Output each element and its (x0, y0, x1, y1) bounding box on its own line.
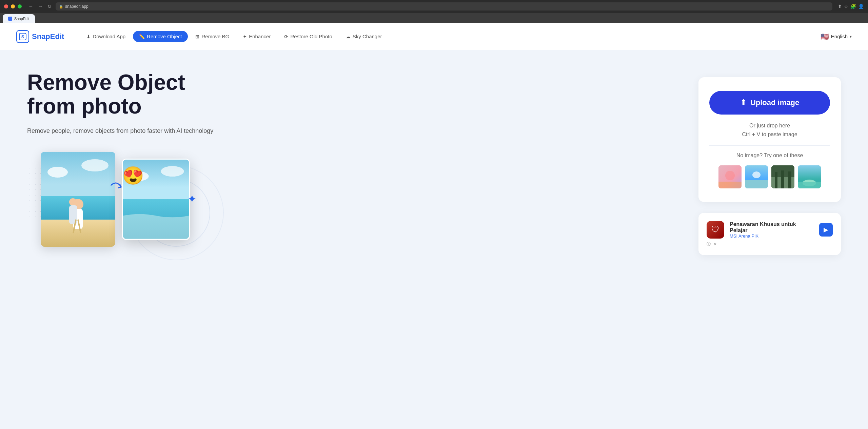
hero-section: Remove Object from photo Remove people, … (0, 50, 868, 269)
tab-label: SnapEdit (14, 17, 29, 21)
tab-favicon (8, 17, 12, 21)
logo-text: SnapEdit (32, 32, 64, 41)
ad-title: Penawaran Khusus untuk Pelajar (730, 221, 814, 233)
nav-item-enhancer-label: Enhancer (249, 34, 271, 39)
browser-actions: ⬆ ☆ 🧩 👤 (838, 4, 864, 9)
remove-object-icon: ✏️ (139, 34, 145, 39)
share-icon[interactable]: ⬆ (838, 4, 842, 9)
remove-bg-icon: ⊞ (195, 34, 199, 39)
svg-point-22 (752, 171, 761, 178)
sample-image-2[interactable] (745, 165, 768, 188)
nav-item-download[interactable]: ⬇ Download App (80, 31, 132, 42)
chevron-down-icon: ▾ (850, 34, 852, 39)
nav-item-restore-label: Restore Old Photo (290, 34, 332, 39)
hero-image-area: 😍 (27, 152, 203, 247)
svg-point-4 (81, 159, 108, 171)
drop-hint-line2: Ctrl + V to paste image (742, 130, 797, 139)
before-image (41, 152, 115, 247)
browser-reload-btn[interactable]: ↻ (46, 3, 53, 10)
language-label: English (831, 34, 848, 39)
ad-close-icon[interactable]: ✕ (713, 242, 717, 247)
upload-panel: ⬆ Upload image Or just drop here Ctrl + … (698, 77, 841, 202)
svg-rect-28 (788, 171, 791, 188)
nav-item-sky[interactable]: ☁ Sky Changer (340, 31, 388, 42)
nav-item-remove-bg[interactable]: ⊞ Remove BG (189, 31, 235, 42)
svg-rect-21 (745, 180, 768, 188)
svg-rect-31 (798, 182, 821, 188)
browser-back-btn[interactable]: ← (27, 3, 35, 10)
browser-nav: ← → ↻ (27, 3, 53, 10)
upload-button-label: Upload image (750, 98, 799, 107)
ad-arrow-button[interactable]: ▶ (819, 223, 833, 237)
drop-hint: Or just drop here Ctrl + V to paste imag… (742, 121, 797, 139)
logo-icon: S (16, 30, 29, 43)
tab-bar: SnapEdit (0, 13, 868, 23)
nav-item-download-label: Download App (93, 34, 125, 39)
sample-image-3[interactable] (771, 165, 794, 188)
ad-info-row: ⓘ ✕ (707, 241, 833, 247)
header: S SnapEdit ⬇ Download App ✏️ Remove Obje… (0, 23, 868, 50)
sparkle-decoration: ✦ (188, 192, 197, 205)
upload-icon: ⬆ (740, 98, 746, 107)
nav-item-remove-object[interactable]: ✏️ Remove Object (133, 31, 188, 42)
restore-icon: ⟳ (284, 34, 288, 39)
active-tab[interactable]: SnapEdit (3, 14, 35, 23)
browser-max-btn[interactable] (18, 4, 22, 8)
hero-subtitle: Remove people, remove objects from photo… (27, 126, 678, 136)
browser-min-btn[interactable] (11, 4, 15, 8)
svg-point-9 (69, 198, 77, 206)
ad-panel: 🛡 Penawaran Khusus untuk Pelajar MSI Are… (698, 213, 841, 255)
profile-icon[interactable]: 👤 (858, 4, 864, 9)
bookmark-icon[interactable]: ☆ (844, 4, 848, 9)
svg-rect-27 (781, 170, 784, 188)
app-container: S SnapEdit ⬇ Download App ✏️ Remove Obje… (0, 23, 868, 429)
enhancer-icon: ✦ (243, 34, 247, 39)
main-nav: ⬇ Download App ✏️ Remove Object ⊞ Remove… (80, 31, 820, 42)
lock-icon: 🔒 (59, 5, 63, 8)
hero-title-line2: from photo (27, 94, 142, 118)
url-text: snapedit.app (65, 4, 88, 9)
sample-images (718, 165, 821, 188)
ad-content: 🛡 Penawaran Khusus untuk Pelajar MSI Are… (707, 221, 833, 239)
ad-info-icon[interactable]: ⓘ (707, 241, 711, 247)
browser-chrome: ← → ↻ 🔒 snapedit.app ⬆ ☆ 🧩 👤 (0, 0, 868, 13)
hero-left: Remove Object from photo Remove people, … (27, 70, 678, 255)
language-selector[interactable]: 🇺🇸 English ▾ (821, 33, 852, 41)
no-image-label: No image? Try one of these (736, 152, 803, 159)
nav-item-remove-bg-label: Remove BG (201, 34, 229, 39)
sample-image-4[interactable] (798, 165, 821, 188)
ad-logo: 🛡 (707, 221, 724, 239)
sample-image-1[interactable] (718, 165, 742, 188)
emoji-decoration: 😍 (122, 165, 144, 186)
upload-image-button[interactable]: ⬆ Upload image (709, 91, 830, 115)
address-bar[interactable]: 🔒 snapedit.app (56, 2, 832, 11)
divider (709, 145, 830, 146)
nav-right: 🇺🇸 English ▾ (821, 33, 852, 41)
nav-item-remove-object-label: Remove Object (147, 34, 182, 39)
hero-title-line1: Remove Object (27, 70, 185, 95)
svg-text:S: S (21, 34, 24, 39)
logo[interactable]: S SnapEdit (16, 30, 64, 43)
ad-logo-icon: 🛡 (711, 225, 719, 234)
drop-hint-line1: Or just drop here (742, 121, 797, 130)
hero-title: Remove Object from photo (27, 70, 678, 118)
sky-icon: ☁ (346, 34, 351, 39)
svg-point-3 (47, 167, 68, 178)
extensions-icon[interactable]: 🧩 (850, 4, 856, 9)
browser-forward-btn[interactable]: → (37, 3, 44, 10)
ad-text: Penawaran Khusus untuk Pelajar MSI Arena… (730, 221, 814, 239)
flag-icon: 🇺🇸 (821, 33, 829, 41)
nav-item-sky-label: Sky Changer (353, 34, 382, 39)
nav-item-restore[interactable]: ⟳ Restore Old Photo (278, 31, 338, 42)
download-icon: ⬇ (86, 34, 91, 39)
svg-rect-18 (718, 182, 742, 188)
svg-point-19 (725, 171, 735, 180)
nav-item-enhancer[interactable]: ✦ Enhancer (237, 31, 277, 42)
ad-subtitle: MSI Arena PIK (730, 233, 814, 239)
svg-rect-26 (775, 172, 777, 188)
browser-close-btn[interactable] (4, 4, 8, 8)
hero-right: ⬆ Upload image Or just drop here Ctrl + … (698, 70, 841, 255)
svg-point-15 (161, 166, 184, 177)
before-image-inner (41, 152, 115, 247)
